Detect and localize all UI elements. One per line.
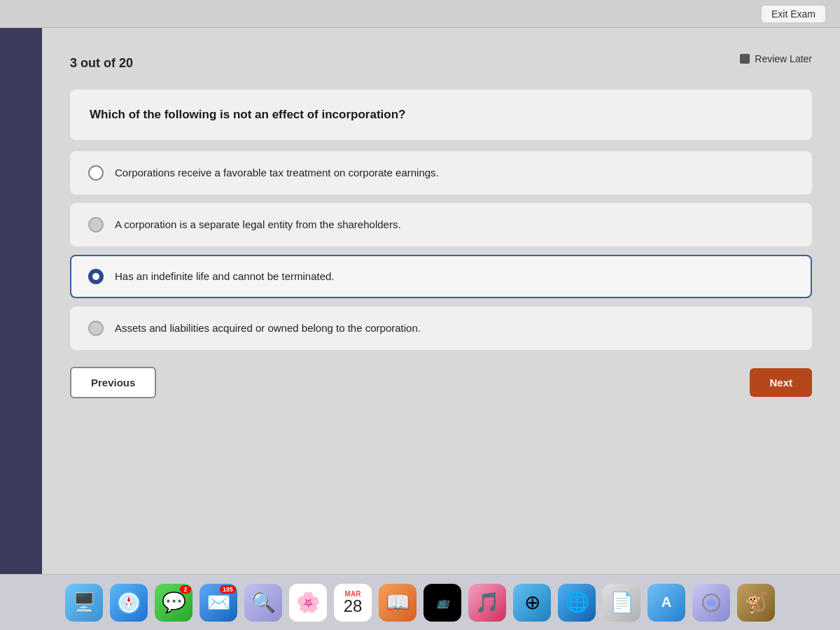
dock-safari[interactable] — [110, 584, 148, 622]
radio-c — [88, 269, 104, 284]
question-text: Which of the following is not an effect … — [90, 108, 405, 121]
radio-d — [88, 321, 104, 336]
review-later-checkbox[interactable] — [740, 54, 750, 64]
dock-calendar[interactable]: MAR 28 — [334, 584, 372, 622]
main-content: 3 out of 20 Review Later Which of the fo… — [42, 28, 840, 574]
dock-character[interactable]: 🐒 — [737, 584, 775, 622]
dock-globe[interactable]: 🌐 — [558, 584, 596, 622]
answer-option-d[interactable]: Assets and liabilities acquired or owned… — [70, 307, 812, 350]
exit-exam-button[interactable]: Exit Exam — [761, 5, 826, 23]
review-later-label: Review Later — [755, 53, 812, 64]
answer-text-c: Has an indefinite life and cannot be ter… — [115, 269, 335, 284]
answer-option-a[interactable]: Corporations receive a favorable tax tre… — [70, 151, 812, 195]
review-later-row: Review Later — [740, 53, 812, 64]
radio-a — [88, 165, 104, 181]
question-counter: 3 out of 20 — [70, 56, 133, 71]
dock-messages[interactable]: 2 💬 — [155, 584, 192, 622]
previous-button[interactable]: Previous — [70, 367, 156, 398]
radio-b — [88, 217, 104, 232]
dock-music[interactable]: 🎵 — [468, 584, 506, 622]
dock-tv-label: 📺 — [437, 597, 449, 608]
dock-finder[interactable]: 🖥️ — [65, 584, 103, 622]
dock-translate[interactable]: A — [648, 584, 685, 622]
dock-tv[interactable]: 📺 — [424, 584, 461, 622]
navigation-row: Previous Next — [70, 367, 812, 398]
dock-preview[interactable]: 📄 — [603, 584, 640, 622]
dock-bar: 🖥️ 2 💬 185 ✉️ 🔍 🌸 MAR 28 📖 📺 🎵 ⊕ 🌐 📄 A — [0, 574, 840, 630]
answer-text-b: A corporation is a separate legal entity… — [115, 217, 401, 232]
dock-siri[interactable]: 🔍 — [244, 584, 282, 622]
answer-text-d: Assets and liabilities acquired or owned… — [115, 321, 421, 335]
sidebar — [0, 28, 42, 574]
answer-option-b[interactable]: A corporation is a separate legal entity… — [70, 203, 812, 246]
dock-photos[interactable]: 🌸 — [289, 584, 327, 622]
dock-mail-badge: 185 — [220, 585, 236, 594]
dock-mail[interactable]: 185 ✉️ — [200, 584, 237, 622]
dock-calendar-day: 28 — [344, 598, 363, 615]
dock-messages-badge: 2 — [180, 585, 191, 594]
top-bar: Exit Exam — [0, 0, 840, 28]
next-button[interactable]: Next — [750, 368, 812, 397]
answer-option-c[interactable]: Has an indefinite life and cannot be ter… — [70, 255, 812, 298]
dock-books[interactable]: 📖 — [379, 584, 416, 622]
dock-clock[interactable]: ⊕ — [513, 584, 551, 622]
answer-text-a: Corporations receive a favorable tax tre… — [115, 165, 439, 180]
dock-siri-button[interactable] — [692, 584, 730, 622]
question-box: Which of the following is not an effect … — [70, 90, 812, 140]
